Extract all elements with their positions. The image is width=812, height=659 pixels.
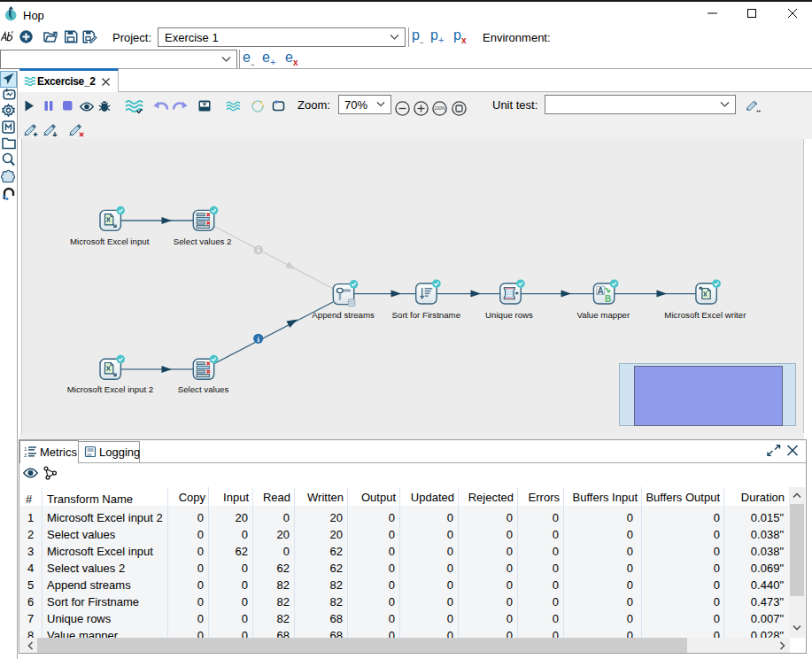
svg-text:B: B [605, 294, 611, 304]
svg-text:og: og [87, 453, 92, 457]
svg-text:100%: 100% [434, 106, 445, 111]
svg-text:A: A [597, 286, 603, 296]
svg-text:1: 1 [24, 446, 27, 452]
svg-text:2: 2 [24, 453, 27, 458]
